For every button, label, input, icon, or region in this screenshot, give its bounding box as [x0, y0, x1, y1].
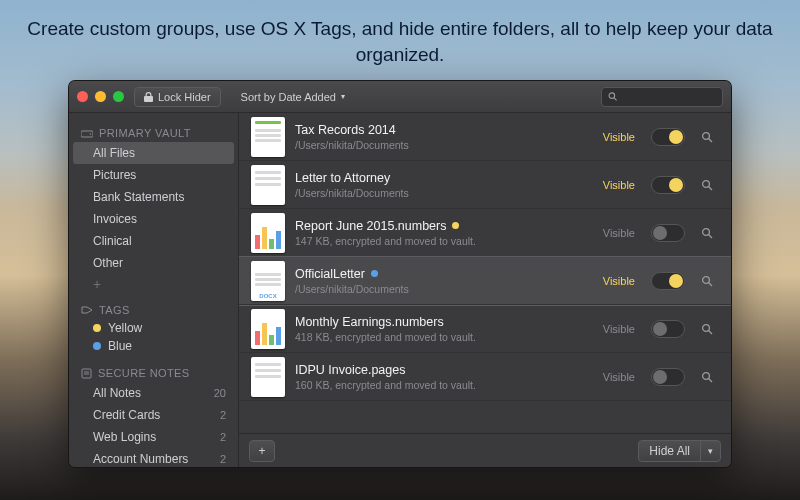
- search-input[interactable]: [623, 91, 716, 103]
- note-group-all-notes[interactable]: All Notes20: [69, 382, 238, 404]
- lock-hider-button[interactable]: Lock Hider: [134, 87, 221, 107]
- sort-menu[interactable]: Sort by Date Added ▾: [241, 91, 345, 103]
- add-file-button[interactable]: +: [249, 440, 275, 462]
- svg-point-15: [703, 324, 710, 331]
- note-count: 2: [220, 431, 226, 443]
- file-thumb-doc-icon: [251, 117, 285, 157]
- svg-line-1: [614, 98, 616, 100]
- add-group-button[interactable]: +: [69, 274, 238, 298]
- visibility-toggle[interactable]: [651, 128, 685, 146]
- section-label: PRIMARY VAULT: [99, 127, 191, 139]
- sidebar-item-clinical[interactable]: Clinical: [69, 230, 238, 252]
- minimize-icon[interactable]: [95, 91, 106, 102]
- file-thumb-chart-icon: [251, 213, 285, 253]
- chevron-down-icon: ▾: [701, 446, 720, 456]
- note-group-web-logins[interactable]: Web Logins2: [69, 426, 238, 448]
- file-meta: Monthly Earnings.numbers 418 KB, encrypt…: [295, 315, 593, 343]
- reveal-button[interactable]: [701, 227, 719, 239]
- section-label: SECURE NOTES: [98, 367, 190, 379]
- tag-yellow[interactable]: Yellow: [69, 319, 238, 337]
- reveal-button[interactable]: [701, 275, 719, 287]
- zoom-icon[interactable]: [113, 91, 124, 102]
- visibility-toggle[interactable]: [651, 224, 685, 242]
- visibility-toggle[interactable]: [651, 176, 685, 194]
- sidebar-item-other[interactable]: Other: [69, 252, 238, 274]
- sidebar-item-label: Bank Statements: [93, 190, 184, 204]
- hide-all-label: Hide All: [639, 441, 701, 461]
- reveal-button[interactable]: [701, 179, 719, 191]
- file-row[interactable]: Monthly Earnings.numbers 418 KB, encrypt…: [239, 305, 731, 353]
- file-list: Tax Records 2014 /Users/nikita/Documents…: [239, 113, 731, 433]
- footer-bar: + Hide All ▾: [239, 433, 731, 467]
- notes-icon: [81, 368, 92, 379]
- file-meta: Tax Records 2014 /Users/nikita/Documents: [295, 123, 593, 151]
- note-label: Credit Cards: [93, 408, 160, 422]
- sidebar-item-all-files[interactable]: All Files: [73, 142, 234, 164]
- visibility-label: Visible: [603, 131, 635, 143]
- search-field[interactable]: [601, 87, 723, 107]
- note-count: 2: [220, 453, 226, 465]
- tag-dot-icon: [93, 342, 101, 350]
- close-icon[interactable]: [77, 91, 88, 102]
- svg-point-7: [703, 132, 710, 139]
- file-row[interactable]: Tax Records 2014 /Users/nikita/Documents…: [239, 113, 731, 161]
- section-primary-vault: PRIMARY VAULT: [69, 121, 238, 142]
- visibility-label: Visible: [603, 275, 635, 287]
- chevron-down-icon: ▾: [341, 92, 345, 101]
- svg-point-13: [703, 276, 710, 283]
- file-subtext: /Users/nikita/Documents: [295, 187, 593, 199]
- drive-icon: [81, 128, 93, 138]
- sidebar-item-label: Clinical: [93, 234, 132, 248]
- sidebar-item-pictures[interactable]: Pictures: [69, 164, 238, 186]
- file-name: Letter to Attorney: [295, 171, 593, 185]
- sidebar-item-invoices[interactable]: Invoices: [69, 208, 238, 230]
- file-name: Report June 2015.numbers: [295, 219, 593, 233]
- hide-all-button[interactable]: Hide All ▾: [638, 440, 721, 462]
- svg-line-12: [709, 234, 712, 237]
- svg-point-17: [703, 372, 710, 379]
- file-name: Tax Records 2014: [295, 123, 593, 137]
- file-row[interactable]: Letter to Attorney /Users/nikita/Documen…: [239, 161, 731, 209]
- reveal-button[interactable]: [701, 131, 719, 143]
- tag-blue[interactable]: Blue: [69, 337, 238, 355]
- file-meta: OfficialLetter /Users/nikita/Documents: [295, 267, 593, 295]
- file-subtext: 418 KB, encrypted and moved to vault.: [295, 331, 593, 343]
- svg-point-0: [609, 93, 614, 98]
- section-tags: TAGS: [69, 298, 238, 319]
- section-secure-notes: SECURE NOTES: [69, 361, 238, 382]
- sidebar-item-label: Invoices: [93, 212, 137, 226]
- app-window: Lock Hider Sort by Date Added ▾ PRIMARY …: [68, 80, 732, 468]
- reveal-button[interactable]: [701, 323, 719, 335]
- sidebar: PRIMARY VAULT All FilesPicturesBank Stat…: [69, 81, 239, 467]
- file-thumb-docx-icon: [251, 261, 285, 301]
- tag-dot-icon: [93, 324, 101, 332]
- sort-label: Sort by Date Added: [241, 91, 336, 103]
- svg-line-10: [709, 186, 712, 189]
- visibility-toggle[interactable]: [651, 272, 685, 290]
- file-row[interactable]: IDPU Invoice.pages 160 KB, encrypted and…: [239, 353, 731, 401]
- visibility-label: Visible: [603, 179, 635, 191]
- file-row[interactable]: OfficialLetter /Users/nikita/DocumentsVi…: [239, 257, 731, 305]
- file-thumb-chart-icon: [251, 309, 285, 349]
- svg-line-14: [709, 282, 712, 285]
- file-meta: Letter to Attorney /Users/nikita/Documen…: [295, 171, 593, 199]
- tag-label: Yellow: [108, 321, 142, 335]
- file-row[interactable]: Report June 2015.numbers 147 KB, encrypt…: [239, 209, 731, 257]
- note-group-credit-cards[interactable]: Credit Cards2: [69, 404, 238, 426]
- visibility-toggle[interactable]: [651, 368, 685, 386]
- file-subtext: 160 KB, encrypted and moved to vault.: [295, 379, 593, 391]
- tag-dot-icon: [452, 222, 459, 229]
- search-icon: [701, 131, 713, 143]
- search-icon: [701, 323, 713, 335]
- reveal-button[interactable]: [701, 371, 719, 383]
- file-name: IDPU Invoice.pages: [295, 363, 593, 377]
- visibility-label: Visible: [603, 371, 635, 383]
- visibility-toggle[interactable]: [651, 320, 685, 338]
- sidebar-item-bank-statements[interactable]: Bank Statements: [69, 186, 238, 208]
- svg-point-11: [703, 228, 710, 235]
- note-group-account-numbers[interactable]: Account Numbers2: [69, 448, 238, 467]
- file-thumb-doc-icon: [251, 357, 285, 397]
- file-meta: Report June 2015.numbers 147 KB, encrypt…: [295, 219, 593, 247]
- note-label: Account Numbers: [93, 452, 188, 466]
- file-subtext: /Users/nikita/Documents: [295, 139, 593, 151]
